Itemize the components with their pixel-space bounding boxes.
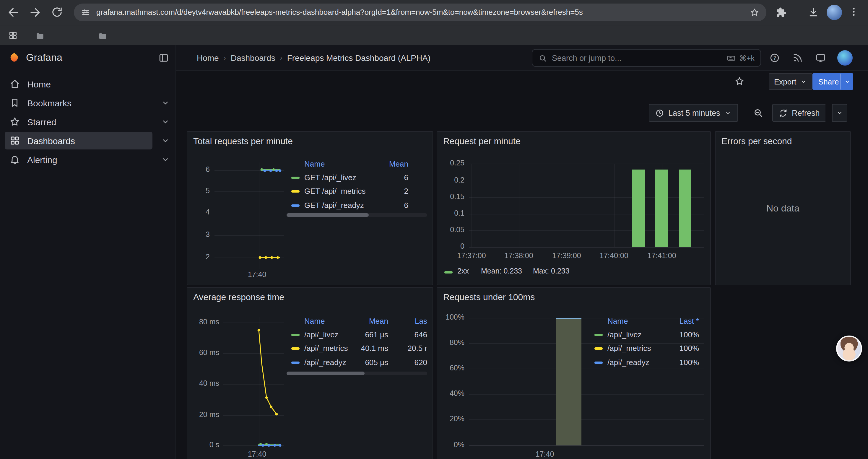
chevron-down-icon[interactable] [161,155,170,164]
news-button[interactable] [793,53,803,63]
help-icon: ? [769,53,780,63]
breadcrumb-dashboards[interactable]: Dashboards [231,53,275,63]
legend-scrollbar[interactable] [286,213,427,217]
zoom-out-time-button[interactable] [753,107,764,118]
folder-icon [35,31,45,41]
panel-title[interactable]: Requests under 100ms [443,292,535,302]
favorite-dashboard-button[interactable] [735,76,745,86]
share-menu-button[interactable] [840,73,853,90]
legend-max: Max: 0.233 [533,267,569,275]
x-tick: 17:40:00 [595,252,633,260]
panel-left-icon [158,53,169,63]
legend-series-name[interactable]: /api/_readyz [304,358,346,367]
sidebar-collapse-button[interactable] [158,53,169,63]
scrollbar-thumb[interactable] [286,213,369,217]
sidebar-item-starred[interactable]: Starred [0,112,176,131]
extensions-button[interactable] [776,7,786,18]
series-color-dash [291,204,300,207]
legend-series-name[interactable]: GET /api/_metrics [304,187,366,196]
search-shortcut: ⌘+k [739,54,754,62]
downloads-button[interactable] [808,6,819,18]
breadcrumb-separator: › [224,54,226,62]
series-color-dash [291,177,300,179]
legend-series-name[interactable]: /api/_livez [304,330,339,339]
refresh-interval-button[interactable] [832,104,847,122]
legend-col-last[interactable]: Las [415,317,427,326]
dashboard-canvas: Export Share Last 5 minutes Refresh Tota… [176,71,868,459]
export-button[interactable]: Export [769,73,812,90]
sidebar-item-dashboards[interactable]: Dashboards [0,131,176,150]
legend-series-name[interactable]: /api/_metrics [608,344,651,353]
breadcrumb-current: Freeleaps Metrics Dashboard (ALPHA) [287,53,431,63]
y-tick: 40% [442,389,464,398]
grafana-logo-icon[interactable] [8,52,21,64]
star-outline-icon [735,76,745,86]
series-color-dash [291,347,300,350]
site-info-icon[interactable] [81,8,90,17]
legend-col-mean[interactable]: Mean [389,160,408,168]
legend-row[interactable]: /api/_readyz 605 µs 620 [286,357,427,368]
chevron-down-icon[interactable] [161,136,170,145]
legend-mean-value: 6 [404,173,408,182]
scrollbar-thumb[interactable] [286,371,365,375]
x-tick: 17:40 [243,450,271,458]
zoom-out-icon [753,107,764,118]
time-range-label: Last 5 minutes [668,108,720,117]
bookmark-star-icon[interactable] [750,8,759,17]
star-icon [9,117,20,127]
dots-vertical-icon [848,6,859,17]
legend-col-last[interactable]: Last * [680,317,699,326]
refresh-button[interactable]: Refresh [772,104,826,122]
reload-button[interactable] [51,6,63,18]
legend-series-name[interactable]: /api/_metrics [304,344,348,353]
legend-series-name[interactable]: /api/_livez [608,330,642,339]
legend-row[interactable]: /api/_readyz 100% [587,357,704,368]
legend-series-name[interactable]: 2xx [457,267,469,275]
search-input[interactable]: Search or jump to... ⌘+k [532,49,761,67]
url-text[interactable]: grafana.mathmast.com/d/deytv4rwavabkb/fr… [96,4,743,21]
series-color-dash [594,347,603,350]
breadcrumb-home[interactable]: Home [197,53,219,63]
legend-col-name[interactable]: Name [608,317,628,326]
time-range-picker[interactable]: Last 5 minutes [649,104,738,122]
chevron-down-icon[interactable] [161,98,170,107]
assistant-avatar-button[interactable] [836,335,862,362]
legend-row[interactable]: GET /api/_readyz 6 [286,200,427,211]
legend-row[interactable]: /api/_livez 100% [587,330,704,340]
help-button[interactable]: ? [769,53,780,63]
apps-grid-icon[interactable] [8,31,18,40]
chevron-down-icon[interactable] [161,117,170,126]
legend-row[interactable]: /api/_metrics 100% [587,343,704,354]
browser-menu-button[interactable] [848,6,859,17]
panel-requests-under-100ms: Requests under 100ms 100% 80% 60% 40% 20… [437,287,711,459]
user-avatar[interactable] [837,50,852,66]
panel-title[interactable]: Request per minute [443,136,521,146]
legend-row[interactable]: /api/_metrics 40.1 ms 20.5 r [286,343,427,354]
legend-row[interactable]: GET /api/_livez 6 [286,172,427,183]
sidebar-item-home[interactable]: Home [0,74,176,93]
sync-icon [779,108,788,117]
legend-row[interactable]: GET /api/_metrics 2 [286,186,427,197]
legend-series-name[interactable]: GET /api/_livez [304,173,356,182]
monitor-icon [815,53,826,63]
bar-2xx [679,169,691,247]
legend-series-name[interactable]: GET /api/_readyz [304,201,364,210]
kiosk-mode-button[interactable] [815,53,826,63]
legend-mean-value: 2 [404,187,408,196]
browser-profile-avatar[interactable] [827,5,842,20]
legend-col-name[interactable]: Name [304,317,325,326]
legend-scrollbar[interactable] [286,371,427,375]
url-bar[interactable]: grafana.mathmast.com/d/deytv4rwavabkb/fr… [74,4,766,21]
forward-button[interactable] [28,6,41,19]
legend-row[interactable]: /api/_livez 661 µs 646 [286,330,427,340]
back-button[interactable] [7,6,20,19]
sidebar-item-alerting[interactable]: Alerting [0,150,176,169]
sidebar-item-bookmarks[interactable]: Bookmarks [0,93,176,112]
legend-col-name[interactable]: Name [304,160,325,168]
sidebar-item-label: Dashboards [27,136,75,145]
legend-series-name[interactable]: /api/_readyz [608,358,649,367]
legend-col-mean[interactable]: Mean [369,317,388,326]
share-button[interactable]: Share [812,73,845,90]
series-color-dash [444,271,453,273]
legend-mean-value: 40.1 ms [361,344,389,353]
